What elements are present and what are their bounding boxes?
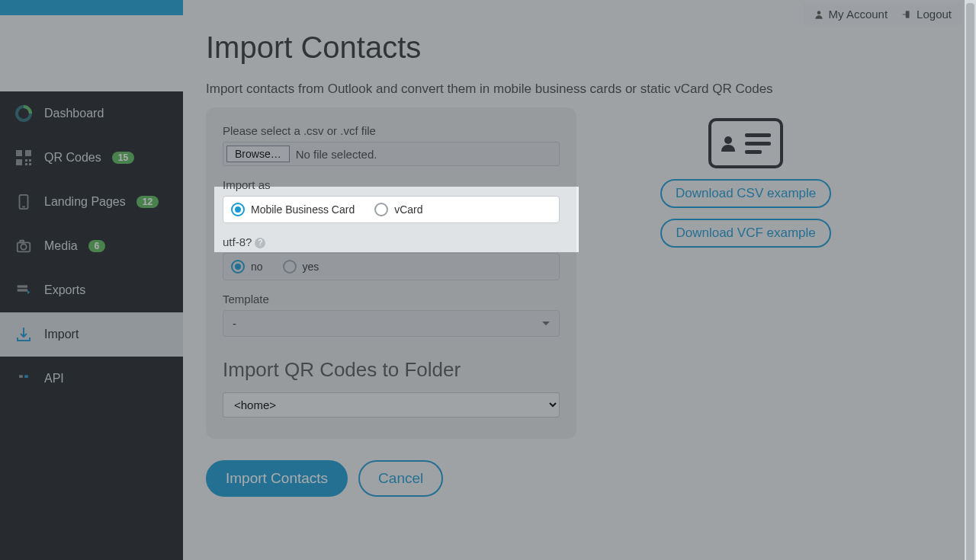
page-scrollbar[interactable] bbox=[965, 0, 976, 560]
template-label: Template bbox=[223, 293, 560, 306]
import-as-section: Import as Mobile Business Card vCard bbox=[223, 178, 560, 223]
contact-card-icon bbox=[708, 118, 783, 168]
svg-point-11 bbox=[21, 244, 26, 249]
utf8-yes[interactable]: yes bbox=[283, 260, 319, 274]
sidebar-item-label: Exports bbox=[44, 283, 85, 297]
radio-label: Mobile Business Card bbox=[251, 203, 355, 216]
import-form-card: Please select a .csv or .vcf file Browse… bbox=[206, 107, 576, 439]
svg-rect-6 bbox=[25, 163, 27, 165]
page-subtitle: Import contacts from Outlook and convert… bbox=[206, 82, 953, 97]
svg-rect-12 bbox=[20, 241, 24, 243]
top-accent-strip bbox=[0, 0, 183, 15]
folder-select[interactable]: <home> bbox=[223, 392, 560, 418]
badge: 15 bbox=[112, 152, 134, 164]
svg-rect-3 bbox=[16, 159, 22, 165]
radio-label: vCard bbox=[394, 203, 422, 216]
radio-icon[interactable] bbox=[231, 203, 245, 216]
camera-icon bbox=[14, 236, 34, 256]
sidebar-item-landing-pages[interactable]: Landing Pages 12 bbox=[0, 180, 183, 224]
phone-icon bbox=[14, 192, 34, 212]
svg-rect-13 bbox=[18, 285, 27, 287]
page-title: Import Contacts bbox=[206, 30, 953, 65]
export-icon bbox=[14, 280, 34, 300]
sidebar-item-media[interactable]: Media 6 bbox=[0, 224, 183, 268]
file-input-row[interactable]: Browse… No file selected. bbox=[223, 142, 560, 166]
svg-rect-16 bbox=[24, 375, 28, 378]
utf8-label: utf-8?? bbox=[223, 235, 560, 248]
help-icon[interactable]: ? bbox=[255, 238, 265, 248]
svg-rect-4 bbox=[25, 159, 27, 162]
sidebar-item-label: QR Codes bbox=[44, 151, 101, 165]
utf8-no[interactable]: no bbox=[231, 260, 263, 274]
card-lines-icon bbox=[745, 133, 771, 154]
utf8-section: utf-8?? no yes bbox=[223, 235, 560, 280]
radio-label: yes bbox=[303, 261, 319, 273]
import-as-radio-row: Mobile Business Card vCard bbox=[223, 196, 560, 223]
svg-point-17 bbox=[817, 11, 820, 14]
sidebar-item-label: Import bbox=[44, 328, 79, 341]
logout-icon bbox=[901, 9, 912, 20]
svg-rect-15 bbox=[19, 375, 23, 378]
dashboard-icon bbox=[14, 104, 34, 123]
my-account-label: My Account bbox=[829, 8, 888, 21]
logout-label: Logout bbox=[917, 8, 952, 21]
svg-rect-1 bbox=[16, 150, 22, 156]
account-bar: My Account Logout bbox=[803, 3, 962, 25]
download-csv-example[interactable]: Download CSV example bbox=[660, 179, 831, 208]
utf8-radio-row: no yes bbox=[223, 253, 560, 280]
sidebar: Dashboard QR Codes 15 Landing Pages 12 M… bbox=[0, 0, 183, 560]
scrollbar-thumb[interactable] bbox=[966, 3, 974, 560]
svg-rect-2 bbox=[25, 150, 31, 156]
svg-rect-14 bbox=[18, 289, 27, 291]
file-label: Please select a .csv or .vcf file bbox=[223, 124, 560, 137]
sidebar-item-label: Landing Pages bbox=[44, 195, 126, 209]
import-as-mobile-business-card[interactable]: Mobile Business Card bbox=[231, 203, 355, 216]
import-as-label: Import as bbox=[223, 178, 560, 191]
right-panel: Download CSV example Download VCF exampl… bbox=[660, 118, 831, 248]
sidebar-item-exports[interactable]: Exports bbox=[0, 268, 183, 312]
badge: 6 bbox=[88, 240, 106, 252]
svg-rect-5 bbox=[29, 159, 31, 162]
radio-icon[interactable] bbox=[374, 203, 388, 216]
my-account-link[interactable]: My Account bbox=[814, 8, 888, 21]
download-vcf-example[interactable]: Download VCF example bbox=[660, 219, 830, 248]
sidebar-item-import[interactable]: Import bbox=[0, 312, 183, 357]
import-as-vcard[interactable]: vCard bbox=[374, 203, 422, 216]
user-icon bbox=[814, 9, 824, 20]
sidebar-item-label: Media bbox=[44, 239, 78, 253]
sidebar-item-label: Dashboard bbox=[44, 107, 104, 120]
sidebar-item-qr-codes[interactable]: QR Codes 15 bbox=[0, 136, 183, 180]
sidebar-header-gap bbox=[0, 15, 183, 91]
person-icon bbox=[719, 134, 737, 152]
template-select[interactable]: - bbox=[223, 310, 560, 337]
svg-rect-7 bbox=[29, 163, 31, 165]
file-status: No file selected. bbox=[296, 148, 377, 161]
sidebar-item-api[interactable]: API bbox=[0, 357, 183, 401]
folder-title: Import QR Codes to Folder bbox=[223, 358, 560, 382]
badge: 12 bbox=[136, 196, 159, 208]
api-icon bbox=[14, 369, 34, 389]
radio-label: no bbox=[251, 261, 263, 273]
form-actions: Import Contacts Cancel bbox=[206, 460, 953, 497]
cancel-button[interactable]: Cancel bbox=[358, 460, 443, 497]
browse-button[interactable]: Browse… bbox=[226, 146, 290, 162]
sidebar-item-label: API bbox=[44, 372, 64, 386]
sidebar-item-dashboard[interactable]: Dashboard bbox=[0, 91, 183, 136]
radio-icon[interactable] bbox=[283, 260, 297, 274]
logout-link[interactable]: Logout bbox=[901, 8, 952, 21]
main-content: My Account Logout Import Contacts Import… bbox=[183, 0, 976, 560]
qr-icon bbox=[14, 148, 34, 168]
svg-point-18 bbox=[724, 136, 732, 144]
import-icon bbox=[14, 325, 34, 344]
template-section: Template - bbox=[223, 293, 560, 337]
template-value: - bbox=[233, 317, 236, 330]
import-contacts-button[interactable]: Import Contacts bbox=[206, 460, 348, 497]
radio-icon[interactable] bbox=[231, 260, 245, 274]
